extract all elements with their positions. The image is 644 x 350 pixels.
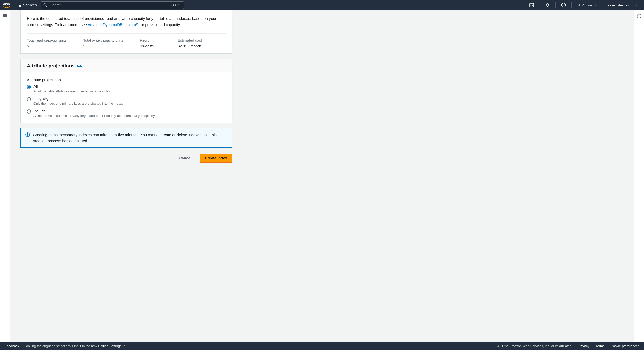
projection-radio-group: All All of the table attributes are proj…: [27, 84, 226, 118]
account-selector[interactable]: savemyleads.com: [605, 3, 641, 7]
footer-lang-prefix: Looking for language selection? Find it …: [24, 344, 98, 348]
metric-write-capacity: Total write capacity units 5: [83, 38, 134, 48]
metric-value: 5: [83, 44, 123, 48]
metric-label: Estimated cost: [178, 38, 202, 42]
account-label: savemyleads.com: [608, 3, 634, 7]
pricing-link[interactable]: Amazon DynamoDB pricing: [88, 22, 138, 27]
services-label: Services: [23, 3, 37, 7]
action-row: Cancel Create index: [20, 154, 232, 162]
cost-description: Here is the estimated total cost of prov…: [27, 16, 226, 28]
metric-read-capacity: Total read capacity units 5: [27, 38, 77, 48]
caret-down-icon: [636, 5, 638, 6]
footer-left: Feedback Looking for language selection?…: [5, 344, 125, 348]
info-alert: Creating global secondary indexes can ta…: [20, 128, 232, 148]
radio-label: Include: [33, 109, 226, 113]
metric-label: Region: [140, 38, 156, 42]
alert-text: Creating global secondary indexes can ta…: [33, 132, 228, 144]
svg-point-5: [563, 6, 564, 6]
radio-option-include[interactable]: Include All attributes described in "Onl…: [27, 109, 226, 118]
metrics-row: Total read capacity units 5 Total write …: [27, 33, 226, 48]
cost-estimate-panel: Here is the estimated total cost of prov…: [20, 10, 232, 54]
unified-settings-text: Unified Settings: [98, 344, 121, 348]
pricing-link-text: Amazon DynamoDB pricing: [88, 22, 135, 27]
footer-copyright: © 2022, Amazon Web Services, Inc. or its…: [497, 344, 572, 348]
caret-down-icon: [594, 5, 596, 6]
unified-settings-link[interactable]: Unified Settings: [98, 344, 125, 348]
top-nav: aws Services [Alt+S] N. Virginia: [0, 0, 644, 10]
metric-region: Region us-east-1: [140, 38, 172, 48]
cloudshell-button[interactable]: [526, 0, 537, 10]
main-layout: Here is the estimated total cost of prov…: [0, 10, 644, 342]
footer: Feedback Looking for language selection?…: [0, 342, 644, 350]
cost-desc-suffix: for provisioned capacity.: [138, 22, 181, 27]
radio-label: All: [33, 84, 226, 89]
attribute-projections-panel: Attribute projections Info Attribute pro…: [20, 59, 232, 123]
services-menu[interactable]: Services: [18, 3, 37, 7]
radio-option-all[interactable]: All All of the table attributes are proj…: [27, 84, 226, 93]
divider: [602, 2, 602, 8]
svg-point-8: [27, 133, 28, 134]
svg-rect-9: [27, 134, 28, 136]
info-link[interactable]: Info: [77, 64, 83, 68]
aws-logo-text: aws: [3, 2, 10, 6]
radio-icon: [27, 109, 31, 114]
search-container: [Alt+S]: [41, 1, 184, 9]
external-link-icon: [135, 22, 138, 28]
aws-logo[interactable]: aws: [3, 2, 10, 9]
radio-icon: [27, 85, 31, 89]
help-panel-toggle[interactable]: i: [637, 14, 641, 18]
panel-header: Attribute projections Info: [21, 59, 232, 72]
metric-label: Total write capacity units: [83, 38, 123, 42]
hamburger-menu[interactable]: [3, 14, 7, 17]
content-area: Here is the estimated total cost of prov…: [10, 10, 634, 342]
divider: [15, 2, 15, 8]
divider: [555, 2, 556, 8]
search-input[interactable]: [41, 1, 184, 9]
metric-value: $2.91 / month: [178, 44, 202, 48]
create-index-button[interactable]: Create index: [200, 154, 232, 162]
help-button[interactable]: [558, 0, 569, 10]
divider: [571, 2, 572, 8]
left-side-rail: [0, 10, 10, 342]
divider: [540, 2, 540, 8]
radio-description: Only the index and primary keys are proj…: [33, 102, 226, 105]
footer-right: © 2022, Amazon Web Services, Inc. or its…: [497, 344, 639, 348]
region-selector[interactable]: N. Virginia: [574, 3, 599, 7]
svg-line-6: [136, 23, 138, 25]
external-link-icon: [122, 344, 125, 347]
right-side-rail: i: [634, 10, 644, 342]
privacy-link[interactable]: Privacy: [578, 344, 589, 348]
search-icon: [43, 3, 47, 7]
metric-cost: Estimated cost $2.91 / month: [178, 38, 212, 48]
search-shortcut: [Alt+S]: [171, 3, 181, 7]
terms-link[interactable]: Terms: [595, 344, 604, 348]
radio-description: All of the table attributes are projecte…: [33, 89, 226, 93]
feedback-link[interactable]: Feedback: [5, 344, 19, 348]
svg-point-0: [44, 4, 46, 6]
header-right: N. Virginia savemyleads.com: [526, 0, 641, 10]
footer-lang-text: Looking for language selection? Find it …: [24, 344, 125, 348]
radio-label: Only keys: [33, 97, 226, 101]
notifications-button[interactable]: [542, 0, 553, 10]
info-icon: [25, 132, 30, 137]
field-label: Attribute projections: [27, 78, 226, 82]
svg-line-1: [46, 6, 47, 7]
radio-description: All attributes described in "Only keys" …: [33, 114, 226, 118]
metric-value: us-east-1: [140, 44, 156, 48]
panel-title: Attribute projections: [27, 63, 75, 69]
metric-label: Total read capacity units: [27, 38, 67, 42]
cancel-button[interactable]: Cancel: [174, 154, 196, 162]
aws-smile-icon: [3, 6, 10, 9]
radio-option-only-keys[interactable]: Only keys Only the index and primary key…: [27, 97, 226, 105]
svg-line-10: [123, 345, 125, 346]
cookie-preferences-link[interactable]: Cookie preferences: [611, 344, 639, 348]
radio-icon: [27, 97, 31, 101]
metric-value: 5: [27, 44, 67, 48]
grid-icon: [18, 4, 21, 7]
region-label: N. Virginia: [577, 3, 593, 7]
